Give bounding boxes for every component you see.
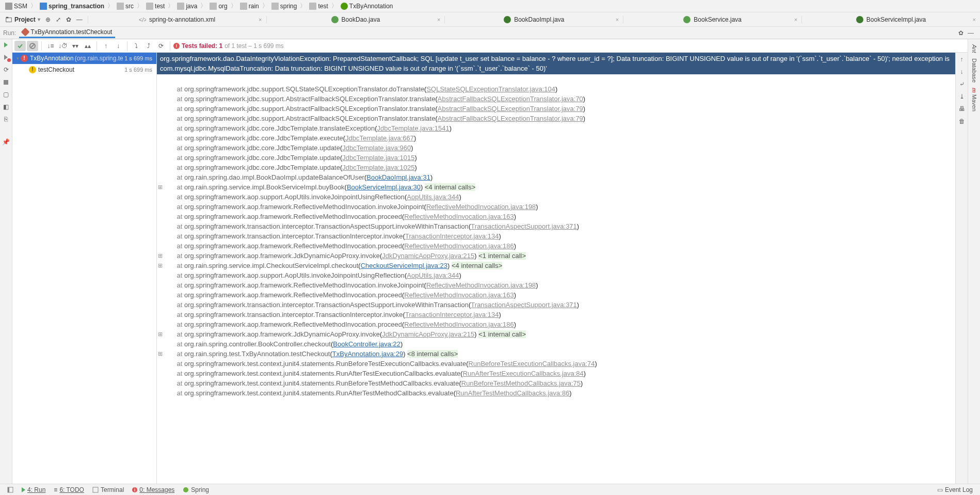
wrap-icon[interactable]: ⤶ — [959, 81, 965, 88]
source-link[interactable]: AbstractFallbackSQLExceptionTranslator.j… — [438, 115, 583, 122]
rerun-icon[interactable] — [3, 41, 10, 49]
pin-icon[interactable]: 📌 — [3, 138, 10, 146]
next-fail-icon[interactable]: ↓ — [113, 41, 124, 51]
rerun-failed-icon[interactable] — [3, 54, 10, 61]
toggle-auto-icon[interactable]: ⟳ — [3, 66, 10, 73]
editor-tab[interactable]: BookDaoImpl.java × — [444, 16, 623, 23]
source-link[interactable]: JdbcTemplate.java:667 — [345, 134, 414, 142]
breadcrumb-item[interactable]: TxByAnnotation — [339, 3, 395, 10]
internal-calls-badge[interactable]: <1 internal call> — [478, 252, 526, 260]
close-icon[interactable]: × — [616, 17, 619, 23]
source-link[interactable]: ReflectiveMethodInvocation.java:186 — [404, 242, 513, 250]
ant-tool-button[interactable]: Ant — [971, 42, 977, 55]
source-link[interactable]: JdbcTemplate.java:1541 — [377, 124, 449, 132]
event-log-button[interactable]: ▭ Event Log — [933, 486, 977, 493]
source-link[interactable]: BookDaoImpl.java:31 — [366, 173, 430, 181]
editor-tab[interactable]: BookDao.java × — [266, 16, 445, 23]
test-tree[interactable]: ▾ ! TxByAnnotation (org.rain.spring.te 1… — [12, 53, 157, 484]
up-icon[interactable]: ↑ — [960, 56, 963, 63]
source-link[interactable]: TransactionInterceptor.java:134 — [405, 232, 499, 240]
source-link[interactable]: TransactionAspectSupport.java:371 — [471, 222, 576, 230]
internal-calls-badge[interactable]: <4 internal calls> — [452, 262, 502, 269]
editor-tab[interactable]: BookServiceImpl.java × — [801, 16, 980, 23]
test-tree-root[interactable]: ▾ ! TxByAnnotation (org.rain.spring.te 1… — [12, 53, 156, 64]
fold-icon[interactable]: ⊞ — [158, 182, 163, 192]
breadcrumb-item[interactable]: java — [175, 3, 199, 10]
clear-icon[interactable]: 🗑 — [959, 118, 965, 125]
run-settings-icon[interactable]: ✿ — [958, 29, 963, 37]
spring-tool-button[interactable]: Spring — [179, 486, 213, 493]
source-link[interactable]: ReflectiveMethodInvocation.java:163 — [404, 291, 513, 299]
expand-all-icon[interactable]: ▾▾ — [70, 41, 81, 51]
editor-tab[interactable]: </> spring-tx-annotation.xml × — [88, 16, 266, 23]
console-output[interactable]: org.springframework.dao.DataIntegrityVio… — [157, 53, 955, 484]
export-icon[interactable]: ⤴ — [143, 41, 154, 51]
show-passed-icon[interactable] — [14, 41, 26, 51]
terminal-tool-button[interactable]: Terminal — [88, 486, 128, 493]
breadcrumb-item[interactable]: src — [115, 3, 136, 10]
scroll-end-icon[interactable]: ⤓ — [959, 93, 965, 100]
source-link[interactable]: ReflectiveMethodInvocation.java:163 — [404, 213, 513, 220]
sort-time-icon[interactable]: ↓⏱ — [57, 41, 69, 51]
source-link[interactable]: JdbcTemplate.java:960 — [342, 144, 411, 152]
source-link[interactable]: TransactionInterceptor.java:134 — [405, 311, 499, 318]
source-link[interactable]: BookController.java:22 — [333, 340, 400, 348]
fold-icon[interactable]: ⊞ — [158, 251, 163, 261]
test-tree-item[interactable]: ! testCheckout 1 s 699 ms — [12, 64, 156, 75]
fold-icon[interactable]: ⊞ — [158, 329, 163, 339]
maven-tool-button[interactable]: m Maven — [971, 86, 977, 114]
close-icon[interactable]: × — [973, 17, 976, 23]
breadcrumb-item[interactable]: spring_transaction — [38, 3, 106, 10]
target-icon[interactable]: ⊕ — [45, 16, 51, 23]
source-link[interactable]: ReflectiveMethodInvocation.java:198 — [426, 203, 536, 211]
collapse-icon[interactable]: ▾ — [14, 54, 21, 63]
source-link[interactable]: CheckoutServiceImpl.java:23 — [361, 262, 447, 269]
prev-fail-icon[interactable]: ↑ — [100, 41, 111, 51]
source-link[interactable]: JdkDynamicAopProxy.java:215 — [382, 330, 474, 338]
layout-icon[interactable]: ◧ — [3, 103, 10, 110]
source-link[interactable]: TransactionAspectSupport.java:371 — [471, 301, 576, 309]
database-tool-button[interactable]: Database — [971, 56, 977, 85]
stop-icon[interactable] — [3, 78, 10, 86]
source-link[interactable]: JdbcTemplate.java:1015 — [342, 154, 414, 162]
run-hide-icon[interactable]: — — [968, 29, 974, 37]
source-link[interactable]: JdkDynamicAopProxy.java:215 — [382, 252, 474, 260]
fold-icon[interactable]: ⊞ — [158, 261, 163, 270]
settings-icon[interactable]: ✿ — [66, 16, 71, 23]
show-ignored-icon[interactable] — [27, 41, 38, 51]
breadcrumb-item[interactable]: test — [144, 3, 167, 10]
source-link[interactable]: TxByAnnotation.java:29 — [332, 350, 403, 358]
internal-calls-badge[interactable]: <1 internal call> — [478, 330, 526, 338]
hide-icon[interactable]: — — [76, 16, 83, 23]
source-link[interactable]: SQLStateSQLExceptionTranslator.java:104 — [426, 85, 555, 93]
import-icon[interactable]: ⤵ — [131, 41, 142, 51]
source-link[interactable]: BookServiceImpl.java:30 — [347, 183, 421, 191]
source-link[interactable]: AbstractFallbackSQLExceptionTranslator.j… — [438, 95, 583, 103]
source-link[interactable]: RunBeforeTestMethodCallbacks.java:75 — [461, 379, 581, 387]
down-icon[interactable]: ↓ — [960, 68, 963, 75]
source-link[interactable]: ReflectiveMethodInvocation.java:198 — [426, 281, 536, 289]
project-tool-button[interactable]: Project ▾ — [0, 16, 45, 23]
breadcrumb-item[interactable]: SSM — [3, 3, 29, 10]
run-tool-button[interactable]: 4: Run — [18, 486, 50, 493]
tool-window-button[interactable] — [3, 487, 18, 493]
close-icon[interactable]: × — [259, 17, 262, 23]
messages-tool-button[interactable]: i 0: Messages — [128, 486, 179, 493]
expand-icon[interactable]: ⤢ — [56, 16, 61, 23]
run-config-tab[interactable]: TxByAnnotation.testCheckout — [19, 27, 115, 38]
source-link[interactable]: AopUtils.java:344 — [407, 272, 459, 279]
source-link[interactable]: RunBeforeTestExecutionCallbacks.java:74 — [469, 360, 595, 368]
close-icon[interactable]: × — [437, 17, 440, 23]
internal-calls-badge[interactable]: <4 internal calls> — [425, 183, 475, 191]
breadcrumb-item[interactable]: test — [307, 3, 330, 10]
source-link[interactable]: ReflectiveMethodInvocation.java:186 — [404, 321, 513, 328]
print-icon[interactable]: 🖶 — [959, 105, 965, 113]
source-link[interactable]: AopUtils.java:344 — [407, 193, 459, 201]
source-link[interactable]: JdbcTemplate.java:1025 — [342, 164, 414, 171]
breadcrumb-item[interactable]: org — [207, 3, 229, 10]
internal-calls-badge[interactable]: <8 internal calls> — [407, 350, 458, 358]
source-link[interactable]: AbstractFallbackSQLExceptionTranslator.j… — [438, 105, 583, 113]
fold-icon[interactable]: ⊞ — [158, 349, 163, 359]
editor-tab[interactable]: BookService.java × — [623, 16, 801, 23]
sort-icon[interactable]: ↓≡ — [45, 41, 56, 51]
